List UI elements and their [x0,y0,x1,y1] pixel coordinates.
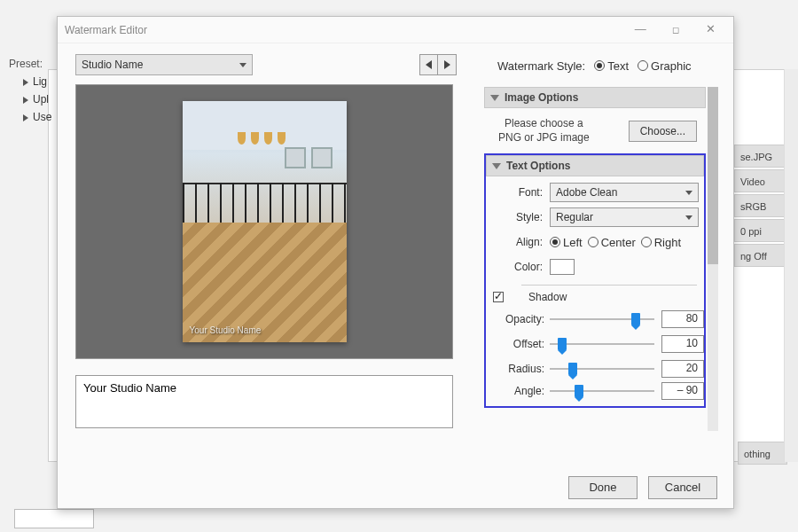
disclosure-triangle-icon [490,95,499,101]
dialog-title: Watermark Editor [65,17,147,43]
style-text-radio[interactable]: Text [594,59,629,73]
triangle-right-icon [444,60,450,69]
radius-slider[interactable] [550,361,654,377]
color-swatch[interactable] [550,259,575,275]
opacity-label: Opacity: [486,313,550,325]
triangle-left-icon [426,60,432,69]
preview-watermark-text: Your Studio Name [190,325,262,335]
angle-value[interactable]: – 90 [661,382,704,400]
bg-scrollbar[interactable] [784,69,798,462]
opacity-value[interactable]: 80 [661,310,704,328]
slider-knob-icon[interactable] [558,338,567,350]
watermark-preset-select[interactable]: Studio Name [75,54,253,75]
next-image-button[interactable] [438,55,456,74]
watermark-editor-dialog: Watermark Editor — ◻ ✕ Studio Name [57,16,734,509]
bg-prop-item: se.JPG [734,145,787,168]
bg-prop-item: sRGB [734,194,787,217]
maximize-icon[interactable]: ◻ [660,17,692,43]
disclosure-triangle-icon [492,163,501,169]
preview-photo: Your Studio Name [183,101,347,342]
cancel-button[interactable]: Cancel [648,476,717,499]
align-right-radio[interactable]: Right [641,236,681,249]
font-select[interactable]: Adobe Clean [550,183,699,202]
prev-image-button[interactable] [420,55,438,74]
radio-icon [550,237,560,247]
chevron-down-icon [685,191,692,195]
text-options-header[interactable]: Text Options [486,155,704,176]
preset-value: Studio Name [82,59,143,71]
offset-label: Offset: [486,338,550,350]
bg-prop-item: Video [734,169,787,192]
watermark-preview: Your Studio Name [75,84,453,359]
style-label: Style: [486,211,550,223]
offset-value[interactable]: 10 [661,335,704,353]
radio-icon [638,60,648,71]
image-options-hint: Please choose a PNG or JPG image [498,117,590,145]
dialog-titlebar[interactable]: Watermark Editor — ◻ ✕ [58,17,733,43]
radio-icon [641,237,652,247]
offset-slider[interactable] [550,336,654,352]
slider-knob-icon[interactable] [568,363,577,375]
bg-prop-item: othing [738,442,787,465]
font-label: Font: [486,186,550,199]
angle-slider[interactable] [550,383,654,399]
font-style-select[interactable]: Regular [550,207,699,227]
shadow-checkbox[interactable] [493,292,504,302]
options-scrollbar[interactable] [708,87,718,431]
slider-knob-icon[interactable] [575,385,583,397]
radius-value[interactable]: 20 [661,360,704,378]
align-label: Align: [486,236,550,248]
choose-image-button[interactable]: Choose... [629,121,697,142]
radio-icon [594,60,605,71]
radio-icon [588,237,598,247]
watermark-style-label: Watermark Style: [497,59,585,73]
section-divider [521,285,697,286]
bg-bottom-button[interactable] [14,509,94,528]
watermark-text-input[interactable] [75,375,453,428]
chevron-down-icon [239,63,246,67]
image-options-header[interactable]: Image Options [484,87,706,108]
text-options-highlight: Text Options Font: Adobe Clean Style: [484,153,706,408]
slider-knob-icon[interactable] [631,313,640,325]
opacity-slider[interactable] [550,311,654,327]
bg-prop-item: 0 ppi [734,219,787,242]
style-graphic-radio[interactable]: Graphic [638,59,692,73]
color-label: Color: [486,261,550,273]
align-center-radio[interactable]: Center [588,236,636,249]
image-nav [419,54,457,75]
minimize-icon[interactable]: — [624,16,656,43]
shadow-label: Shadow [528,291,567,303]
angle-label: Angle: [486,385,550,397]
close-icon[interactable]: ✕ [694,16,726,43]
align-left-radio[interactable]: Left [550,236,583,249]
bg-prop-item: ng Off [734,244,787,267]
preset-label: Preset: [9,58,43,70]
chevron-down-icon [685,215,692,220]
options-panel: Image Options Please choose a PNG or JPG… [483,86,719,432]
done-button[interactable]: Done [568,476,638,499]
radius-label: Radius: [486,363,550,375]
